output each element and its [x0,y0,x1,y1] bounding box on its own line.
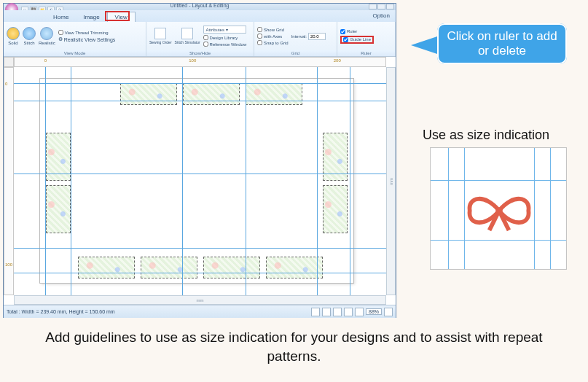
ruler-horizontal[interactable]: 0 100 200 [14,57,386,67]
status-total: Total : Width = 239.40 mm, Height = 150.… [7,309,115,314]
status-right: 88% [311,308,393,316]
snap-grid-label: Snap to Grid [264,41,289,45]
thumb-guide-v1 [448,148,449,269]
scrollbar-vertical[interactable]: mm [386,67,396,295]
status-bar: Total : Width = 239.40 mm, Height = 150.… [4,305,396,318]
ruler-checkbox[interactable]: Ruler [340,29,374,34]
guide-h-5[interactable] [14,273,386,273]
ruler-v-100: 100 [5,262,12,267]
status-icon-3[interactable] [333,308,342,316]
guide-h-2[interactable] [14,101,386,101]
side-title: Use as size indication [423,128,549,143]
pattern-bottom-3[interactable] [203,257,260,278]
pattern-top-2[interactable] [183,83,240,105]
thumb-guide-h2 [431,240,566,241]
maximize-icon[interactable] [377,4,385,9]
window-title: Untitled - Layout & Editing [170,3,230,8]
bow-icon [464,189,534,233]
attributes-label: Attributes [206,28,224,32]
guide-line-label: Guide Line [350,37,371,42]
sewing-order-icon [154,28,166,39]
ribbon: Solid Stitch Realistic View Thread Trimm… [4,22,396,57]
guide-h-3[interactable] [14,174,386,174]
solid-label: Solid [8,41,17,45]
tab-image[interactable]: Image [76,12,106,22]
pattern-left-2[interactable] [46,185,71,233]
close-icon[interactable] [386,4,394,9]
pattern-top-1[interactable] [120,83,177,105]
ruler-vertical[interactable]: 0 100 [4,67,14,295]
realistic-label: Realistic [39,41,55,45]
status-icon-1[interactable] [311,308,320,316]
status-icon-2[interactable] [322,308,331,316]
pattern-top-3[interactable] [246,83,302,105]
guide-h-4[interactable] [14,248,386,249]
reference-window-checkbox[interactable]: Reference Window [203,42,247,47]
group-grid: Show Grid with Axes Snap to Grid Interva… [254,22,337,56]
ruler-label: Ruler [347,29,357,34]
design-library-label: Design Library [210,36,238,40]
guide-h-1[interactable] [14,83,386,84]
design-library-checkbox[interactable]: Design Library [203,35,247,40]
callout-bubble: Click on ruler to add or delete [437,23,567,64]
tab-view-highlight [105,11,130,21]
show-hide-stack: Attributes ▾ Design Library Reference Wi… [203,26,247,47]
guide-line-checkbox[interactable]: Guide Line [340,36,374,44]
view-mode-options: View Thread Trimming ⚙Realistic View Set… [58,30,116,42]
thumb-guide-v3 [534,148,535,269]
pattern-bottom-4[interactable] [266,257,323,278]
attributes-dropdown[interactable]: Attributes ▾ [203,26,247,34]
unit-h: mm [197,298,204,303]
thread-trimming-label: View Thread Trimming [65,31,109,35]
realistic-settings-label: Realistic View Settings [64,37,116,42]
group-label-show-hide: Show/Hide [146,50,254,56]
scrollbar-horizontal[interactable]: mm [14,295,386,305]
stitch-icon [23,27,36,40]
ruler-h-200: 200 [334,58,341,63]
ruler-corner[interactable] [4,57,14,67]
realistic-view-button[interactable]: Realistic [39,27,55,45]
caption: Add guidelines to use as size indication… [22,328,566,365]
status-icon-4[interactable] [344,308,353,316]
thumb-guide-v4 [550,148,551,269]
zoom-value[interactable]: 88% [366,308,382,315]
status-icon-5[interactable] [355,308,364,316]
window-controls [369,4,394,9]
ruler-h-100: 100 [189,58,196,63]
realistic-settings-button[interactable]: ⚙Realistic View Settings [58,36,116,42]
interval-input[interactable] [308,33,326,40]
tab-home[interactable]: Home [46,12,76,22]
show-grid-label: Show Grid [264,28,284,32]
pattern-bottom-2[interactable] [141,257,197,278]
pattern-bottom-1[interactable] [78,257,135,278]
snap-grid-checkbox[interactable]: Snap to Grid [257,40,289,45]
unit-v: mm [389,178,393,185]
option-menu[interactable]: Option [372,12,390,19]
design-page[interactable] [40,79,353,283]
group-view-mode: Solid Stitch Realistic View Thread Trimm… [4,22,146,56]
ruler-v-0: 0 [5,82,7,86]
callout-text: Click on ruler to add or delete [443,29,561,58]
thread-trimming-checkbox[interactable]: View Thread Trimming [58,30,116,35]
pattern-right-2[interactable] [323,185,348,233]
group-label-grid: Grid [254,50,337,56]
ruler-h-0: 0 [44,58,47,63]
minimize-icon[interactable] [369,4,377,9]
with-axes-checkbox[interactable]: with Axes [257,34,289,39]
reference-window-label: Reference Window [210,42,247,47]
group-label-view-mode: View Mode [4,50,146,56]
stitch-simulator-button[interactable]: Stitch Simulator [175,28,200,44]
grid-stack-left: Show Grid with Axes Snap to Grid [257,27,289,45]
show-grid-checkbox[interactable]: Show Grid [257,27,289,32]
stitch-view-button[interactable]: Stitch [23,27,36,45]
sewing-order-button[interactable]: Sewing Order [149,28,172,44]
svg-point-0 [495,207,503,214]
stitch-simulator-label: Stitch Simulator [175,40,200,44]
realistic-icon [40,27,53,40]
design-stage: 0 100 200 0 100 [4,57,396,305]
ruler-stack: Ruler Guide Line [340,29,374,44]
app-window: □ 💾 📁 ↶ ↷ Untitled - Layout & Editing Ho… [3,3,396,318]
gear-icon: ⚙ [58,36,63,42]
zoom-in-icon[interactable] [384,308,393,316]
solid-view-button[interactable]: Solid [7,27,20,45]
